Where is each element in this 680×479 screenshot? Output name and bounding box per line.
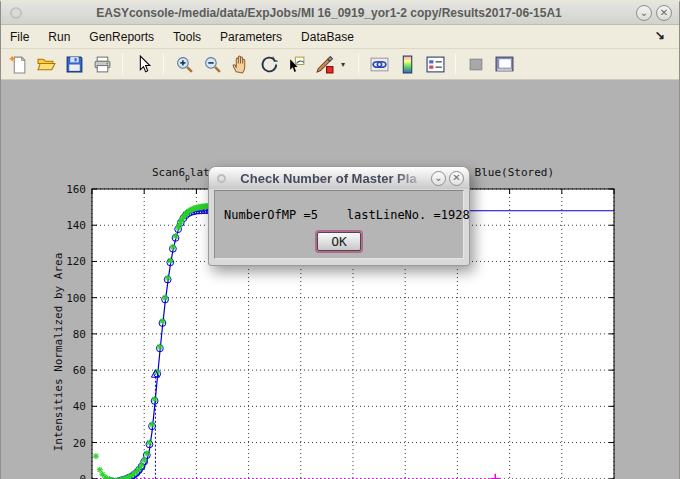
toolbar: ▾ bbox=[1, 49, 679, 80]
svg-text:140: 140 bbox=[66, 219, 86, 232]
pan-button[interactable] bbox=[229, 53, 251, 75]
dock-arrow-icon[interactable]: ↘ bbox=[655, 28, 665, 42]
svg-text:120: 120 bbox=[66, 255, 86, 268]
data-cursor-button[interactable] bbox=[285, 53, 307, 75]
zoom-out-icon bbox=[203, 55, 222, 74]
window-close-button[interactable]: ✕ bbox=[656, 5, 672, 21]
chevron-down-icon: ⌄ bbox=[434, 173, 442, 183]
plottools-button[interactable] bbox=[493, 53, 515, 75]
save-button[interactable] bbox=[63, 53, 85, 75]
svg-text:0: 0 bbox=[79, 473, 86, 479]
menu-parameters[interactable]: Parameters bbox=[220, 30, 282, 44]
menu-tools[interactable]: Tools bbox=[173, 30, 201, 44]
close-icon: ✕ bbox=[452, 173, 460, 183]
print-button[interactable] bbox=[91, 53, 113, 75]
link-plots-button[interactable] bbox=[368, 53, 390, 75]
disabled-tool-button bbox=[465, 53, 487, 75]
ok-button[interactable]: OK bbox=[317, 232, 361, 251]
printer-icon bbox=[93, 55, 112, 74]
dialog-body: NumberOfMP =5 lastLineNo. =1928 OK bbox=[214, 190, 464, 259]
pan-hand-icon bbox=[231, 55, 250, 74]
toolbar-separator bbox=[163, 53, 164, 75]
menu-genreports[interactable]: GenReports bbox=[89, 30, 154, 44]
data-cursor-icon bbox=[287, 55, 306, 74]
brush-dropdown-caret[interactable]: ▾ bbox=[341, 60, 349, 69]
dialog-titlebar[interactable]: Check Number of Master Pla ⌄ ✕ bbox=[209, 167, 469, 189]
menu-bar: File Run GenReports Tools Parameters Dat… bbox=[1, 25, 679, 49]
toolbar-separator bbox=[358, 53, 359, 75]
svg-text:160: 160 bbox=[66, 183, 86, 196]
rotate-3d-button[interactable] bbox=[257, 53, 279, 75]
colorbar-icon bbox=[398, 55, 417, 74]
new-figure-button[interactable] bbox=[7, 53, 29, 75]
app-window: EASYconsole-/media/data/ExpJobs/MI 16_09… bbox=[0, 0, 680, 479]
menu-run[interactable]: Run bbox=[48, 30, 70, 44]
insert-colorbar-button[interactable] bbox=[396, 53, 418, 75]
svg-text:60: 60 bbox=[73, 364, 86, 377]
save-floppy-icon bbox=[65, 55, 84, 74]
dialog-shade-button[interactable]: ⌄ bbox=[431, 171, 446, 186]
link-plots-icon bbox=[370, 55, 389, 74]
window-titlebar[interactable]: EASYconsole-/media/data/ExpJobs/MI 16_09… bbox=[1, 2, 679, 25]
toolbar-separator bbox=[122, 53, 123, 75]
plot-axes: 020406080100120140160180200-200204060801… bbox=[1, 81, 680, 479]
window-title: EASYconsole-/media/data/ExpJobs/MI 16_09… bbox=[22, 6, 636, 20]
pointer-icon bbox=[134, 55, 153, 74]
svg-text:20: 20 bbox=[73, 437, 86, 450]
open-folder-icon bbox=[37, 55, 56, 74]
toolbar-separator bbox=[455, 53, 456, 75]
menu-database[interactable]: DataBase bbox=[301, 30, 354, 44]
y-axis-label: Intensities Normalized by Area bbox=[52, 253, 65, 452]
pointer-tool-button[interactable] bbox=[132, 53, 154, 75]
dialog-title: Check Number of Master Pla bbox=[226, 171, 431, 186]
new-document-icon bbox=[9, 55, 28, 74]
svg-text:100: 100 bbox=[66, 292, 86, 305]
rotate-3d-icon bbox=[259, 55, 278, 74]
close-icon: ✕ bbox=[660, 8, 668, 18]
open-file-button[interactable] bbox=[35, 53, 57, 75]
menu-file[interactable]: File bbox=[10, 30, 29, 44]
svg-text:80: 80 bbox=[73, 328, 86, 341]
legend-icon bbox=[426, 55, 445, 74]
chevron-down-icon: ⌄ bbox=[640, 8, 648, 18]
brush-button[interactable] bbox=[313, 53, 335, 75]
y-tick-labels: -20020406080100120140160 bbox=[66, 183, 86, 479]
zoom-out-button[interactable] bbox=[201, 53, 223, 75]
insert-legend-button[interactable] bbox=[424, 53, 446, 75]
zoom-in-icon bbox=[175, 55, 194, 74]
brush-icon bbox=[315, 55, 334, 74]
figure-canvas: 020406080100120140160180200-200204060801… bbox=[1, 81, 679, 479]
dialog-close-button[interactable]: ✕ bbox=[449, 171, 464, 186]
disabled-square-icon bbox=[467, 55, 486, 74]
svg-text:40: 40 bbox=[73, 400, 86, 413]
window-menu-icon[interactable] bbox=[10, 7, 22, 19]
zoom-in-button[interactable] bbox=[173, 53, 195, 75]
window-shade-button[interactable]: ⌄ bbox=[636, 5, 652, 21]
dialog-menu-icon bbox=[217, 174, 226, 183]
dialog-check-number-of-master-plates: Check Number of Master Pla ⌄ ✕ NumberOfM… bbox=[208, 166, 470, 266]
dialog-message: NumberOfMP =5 lastLineNo. =1928 bbox=[224, 208, 470, 222]
plottools-window-icon bbox=[495, 55, 514, 74]
